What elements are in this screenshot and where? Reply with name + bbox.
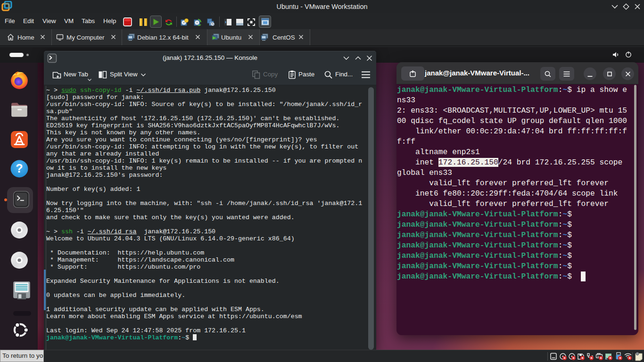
svg-text:?: ? (16, 162, 23, 175)
